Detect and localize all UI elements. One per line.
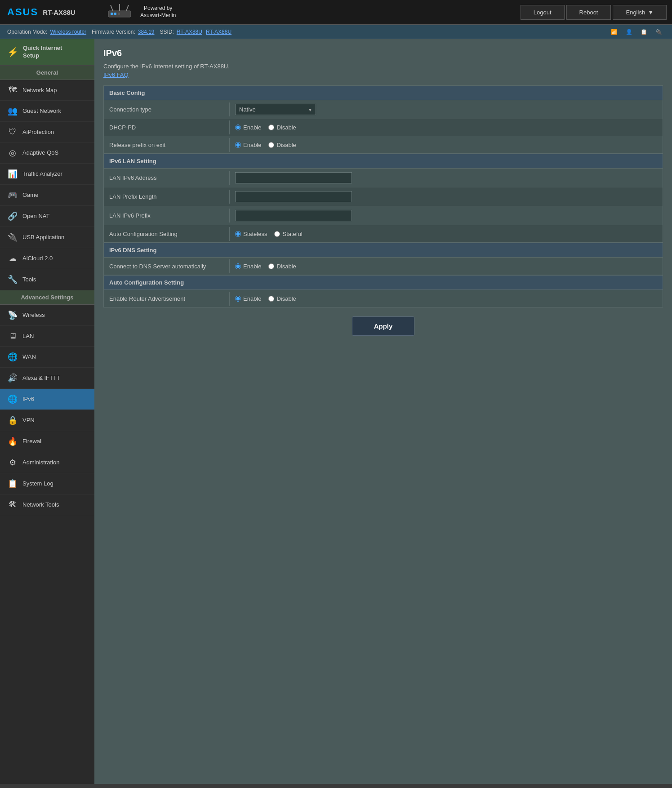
model-name: RT-AX88U (43, 9, 76, 16)
tools-icon: 🔧 (7, 275, 18, 285)
radio-label-dhcp-pd-enable[interactable]: Enable (235, 124, 261, 131)
sidebar-item-administration[interactable]: ⚙ Administration (0, 452, 94, 473)
wifi-status-icon[interactable]: 📶 (611, 29, 618, 35)
radio-label-connect-dns-auto-enable[interactable]: Enable (235, 263, 261, 270)
firmware-label: Firmware Version: (92, 29, 135, 35)
sidebar-item-aicloud[interactable]: ☁ AiCloud 2.0 (0, 248, 94, 269)
sidebar-item-open-nat[interactable]: 🔗 Open NAT (0, 206, 94, 227)
sidebar-item-lan[interactable]: 🖥 LAN (0, 326, 94, 347)
lan-icon: 🖥 (7, 331, 18, 341)
label-dhcp-pd: DHCP-PD (104, 120, 230, 134)
radio-release-prefix-disable[interactable] (268, 142, 274, 148)
sidebar-item-game[interactable]: 🎮 Game (0, 185, 94, 206)
input-lan-prefix-length[interactable] (235, 191, 352, 202)
router-icon (106, 3, 133, 22)
radio-auto-config-setting-stateful[interactable] (274, 231, 280, 237)
system-log-label: System Log (22, 480, 53, 487)
usb-status-icon[interactable]: 🔌 (655, 29, 662, 35)
sidebar-item-adaptive-qos[interactable]: ◎ Adaptive QoS (0, 142, 94, 164)
radio-label-auto-config-setting-stateless[interactable]: Stateless (235, 231, 267, 237)
label-lan-prefix-length: LAN Prefix Length (104, 190, 230, 204)
radio-label-enable-router-advertisement-disable[interactable]: Disable (268, 295, 296, 302)
sidebar-item-traffic-analyzer[interactable]: 📊 Traffic Analyzer (0, 164, 94, 185)
section-header-ipv6-lan-setting: IPv6 LAN Setting (104, 154, 663, 169)
sidebar-item-vpn[interactable]: 🔒 VPN (0, 410, 94, 431)
select-connection-type[interactable]: NativePassthroughStatic IPv66in46to46rdD… (235, 104, 316, 115)
page-desc: Configure the IPv6 Internet setting of R… (103, 63, 663, 70)
sidebar-item-ipv6[interactable]: 🌐 IPv6 (0, 389, 94, 410)
radio-enable-router-advertisement-disable[interactable] (268, 296, 274, 302)
value-release-prefix: EnableDisable (230, 138, 663, 152)
section-header-basic-config: Basic Config (104, 86, 663, 100)
row-lan-prefix-length: LAN Prefix Length (104, 187, 663, 206)
firmware-value[interactable]: 384.19 (138, 29, 155, 35)
main-content: IPv6 Configure the IPv6 Internet setting… (94, 39, 672, 784)
row-release-prefix: Release prefix on exitEnableDisable (104, 136, 663, 153)
sidebar-item-guest-network[interactable]: 👥 Guest Network (0, 101, 94, 122)
section-header-ipv6-dns-setting: IPv6 DNS Setting (104, 243, 663, 258)
ssid1-value[interactable]: RT-AX88U (177, 29, 202, 35)
radio-group-connect-dns-auto: EnableDisable (235, 263, 296, 270)
radio-label-dhcp-pd-disable[interactable]: Disable (268, 124, 296, 131)
wan-icon: 🌐 (7, 352, 18, 362)
row-enable-router-advertisement: Enable Router AdvertisementEnableDisable (104, 290, 663, 307)
sidebar-item-usb-application[interactable]: 🔌 USB Application (0, 227, 94, 248)
radio-release-prefix-enable[interactable] (235, 142, 241, 148)
apply-button[interactable]: Apply (352, 316, 415, 336)
reboot-button[interactable]: Reboot (566, 5, 611, 20)
label-release-prefix: Release prefix on exit (104, 138, 230, 152)
row-connect-dns-auto: Connect to DNS Server automaticallyEnabl… (104, 258, 663, 275)
radio-label-auto-config-setting-stateful[interactable]: Stateful (274, 231, 302, 237)
radio-connect-dns-auto-enable[interactable] (235, 263, 241, 269)
radio-label-enable-router-advertisement-enable[interactable]: Enable (235, 295, 261, 302)
radio-enable-router-advertisement-enable[interactable] (235, 296, 241, 302)
svg-rect-1 (111, 13, 113, 15)
alexa-ifttt-label: Alexa & IFTTT (22, 374, 60, 381)
radio-label-release-prefix-disable[interactable]: Disable (268, 142, 296, 148)
guest-network-icon: 👥 (7, 106, 18, 116)
sidebar-item-system-log[interactable]: 📋 System Log (0, 473, 94, 494)
operation-mode-value[interactable]: Wireless router (50, 29, 86, 35)
label-connect-dns-auto: Connect to DNS Server automatically (104, 259, 230, 273)
radio-connect-dns-auto-disable[interactable] (268, 263, 274, 269)
sidebar-item-tools[interactable]: 🔧 Tools (0, 269, 94, 290)
sidebar-item-wireless[interactable]: 📡 Wireless (0, 305, 94, 326)
page-title: IPv6 (103, 48, 663, 58)
quick-internet-setup[interactable]: ⚡ Quick InternetSetup (0, 39, 94, 66)
ipv6-faq-link[interactable]: IPv6 FAQ (103, 71, 129, 78)
radio-label-connect-dns-auto-disable[interactable]: Disable (268, 263, 296, 270)
radio-auto-config-setting-stateless[interactable] (235, 231, 241, 237)
language-button[interactable]: English ▼ (613, 5, 667, 20)
user-status-icon[interactable]: 👤 (626, 29, 632, 35)
sidebar-item-network-map[interactable]: 🗺 Network Map (0, 80, 94, 101)
input-lan-ipv6-prefix[interactable] (235, 210, 352, 221)
vpn-label: VPN (22, 417, 35, 423)
radio-dhcp-pd-disable[interactable] (268, 125, 274, 130)
sidebar-item-alexa-ifttt[interactable]: 🔊 Alexa & IFTTT (0, 368, 94, 389)
main-inner: IPv6 Configure the IPv6 Internet setting… (94, 39, 672, 784)
sidebar-item-firewall[interactable]: 🔥 Firewall (0, 431, 94, 452)
radio-dhcp-pd-enable[interactable] (235, 125, 241, 130)
label-connection-type: Connection type (104, 102, 230, 116)
input-lan-ipv6-address[interactable] (235, 172, 352, 183)
row-lan-ipv6-prefix: LAN IPv6 Prefix (104, 206, 663, 225)
copy-status-icon[interactable]: 📋 (641, 29, 647, 35)
logout-button[interactable]: Logout (521, 5, 565, 20)
sidebar-item-aiprotection[interactable]: 🛡 AiProtection (0, 122, 94, 142)
aicloud-label: AiCloud 2.0 (22, 255, 53, 262)
wan-label: WAN (22, 353, 36, 360)
sidebar-item-wan[interactable]: 🌐 WAN (0, 347, 94, 368)
section-ipv6-lan-setting: IPv6 LAN SettingLAN IPv6 AddressLAN Pref… (103, 154, 663, 243)
value-connect-dns-auto: EnableDisable (230, 259, 663, 273)
label-lan-ipv6-prefix: LAN IPv6 Prefix (104, 209, 230, 223)
advanced-section-label: Advanced Settings (0, 290, 94, 305)
value-lan-ipv6-address (230, 169, 663, 187)
network-map-label: Network Map (22, 87, 57, 93)
radio-label-release-prefix-enable[interactable]: Enable (235, 142, 261, 148)
traffic-analyzer-icon: 📊 (7, 169, 18, 179)
network-tools-label: Network Tools (22, 501, 59, 508)
ssid2-value[interactable]: RT-AX88U (206, 29, 231, 35)
aiprotection-label: AiProtection (22, 129, 54, 135)
value-auto-config-setting: StatelessStateful (230, 227, 663, 241)
sidebar-item-network-tools[interactable]: 🛠 Network Tools (0, 494, 94, 515)
